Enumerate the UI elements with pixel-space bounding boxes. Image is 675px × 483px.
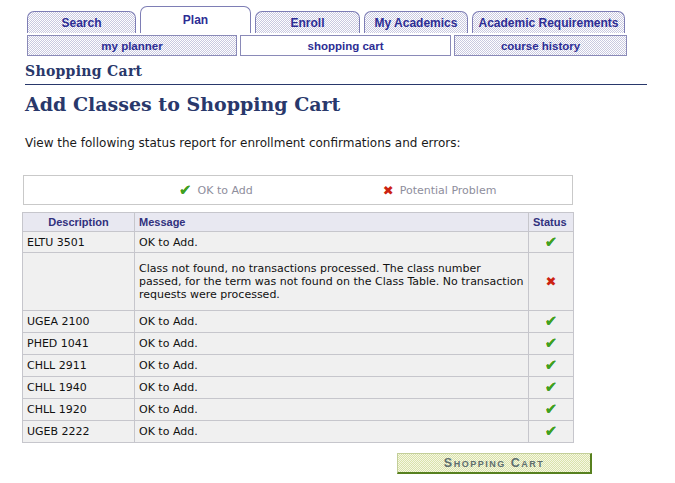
subtab-shopping-cart[interactable]: shopping cart [240,35,451,56]
cell-description: ELTU 3501 [23,232,135,253]
header-status: Status [529,213,574,232]
subtab-course-history[interactable]: course history [454,35,627,56]
ok-check-icon: ✔ [545,312,558,330]
ok-check-icon: ✔ [179,183,192,198]
subtab-my-planner[interactable]: my planner [27,35,237,56]
cell-description: PHED 1041 [23,333,135,355]
cell-status: ✔ [529,232,574,253]
cell-description: CHLL 1920 [23,399,135,421]
cell-message: OK to Add. [135,333,529,355]
cell-description: CHLL 2911 [23,355,135,377]
subtab-shopping-cart-label: shopping cart [307,40,383,52]
table-row: UGEB 2222 OK to Add. ✔ [23,421,574,443]
cell-status: ✔ [529,421,574,443]
tab-my-academics-label: My Academics [375,16,458,30]
main-tab-bar: Search Plan Enroll My Academics Academic… [27,6,625,33]
subtab-course-history-label: course history [501,40,580,52]
cell-message: Class not found, no transactions process… [135,253,529,311]
table-row: ELTU 3501 OK to Add. ✔ [23,232,574,253]
table-row: CHLL 1920 OK to Add. ✔ [23,399,574,421]
cell-message: OK to Add. [135,355,529,377]
cell-status: ✔ [529,333,574,355]
section-heading: Shopping Cart [25,63,647,85]
cell-status: ✖ [529,253,574,311]
tab-search-label: Search [61,16,101,30]
ok-check-icon: ✔ [545,356,558,374]
table-row: Class not found, no transactions process… [23,253,574,311]
subtab-my-planner-label: my planner [101,40,162,52]
cell-message: OK to Add. [135,311,529,333]
tab-enroll[interactable]: Enroll [255,11,360,33]
tab-plan-label: Plan [183,13,208,27]
cell-status: ✔ [529,399,574,421]
header-description: Description [23,213,135,232]
legend-ok-label: OK to Add [198,184,253,197]
cell-description: UGEB 2222 [23,421,135,443]
ok-check-icon: ✔ [545,422,558,440]
legend-ok-item: ✔ OK to Add [179,183,253,198]
ok-check-icon: ✔ [545,334,558,352]
sub-tab-bar: my planner shopping cart course history [27,35,627,56]
instruction-text: View the following status report for enr… [25,136,461,150]
table-header-row: Description Message Status [23,213,574,232]
table-row: CHLL 2911 OK to Add. ✔ [23,355,574,377]
problem-cross-icon: ✖ [383,184,394,197]
shopping-cart-button[interactable]: Shopping Cart [397,453,592,474]
cell-status: ✔ [529,355,574,377]
cell-description: UGEA 2100 [23,311,135,333]
cell-message: OK to Add. [135,421,529,443]
cell-message: OK to Add. [135,377,529,399]
ok-check-icon: ✔ [545,400,558,418]
shopping-cart-page: Search Plan Enroll My Academics Academic… [0,0,675,483]
legend-problem-label: Potential Problem [400,184,497,197]
cell-description: CHLL 1940 [23,377,135,399]
tab-academic-requirements[interactable]: Academic Requirements [472,11,625,33]
cell-status: ✔ [529,311,574,333]
table-row: CHLL 1940 OK to Add. ✔ [23,377,574,399]
page-title: Add Classes to Shopping Cart [25,93,340,115]
problem-cross-icon: ✖ [546,274,557,289]
tab-academic-requirements-label: Academic Requirements [478,16,618,30]
legend-problem-item: ✖ Potential Problem [383,184,497,197]
cell-status: ✔ [529,377,574,399]
status-legend: ✔ OK to Add ✖ Potential Problem [23,175,573,205]
cell-message: OK to Add. [135,399,529,421]
enrollment-status-table: Description Message Status ELTU 3501 OK … [22,212,574,443]
table-row: UGEA 2100 OK to Add. ✔ [23,311,574,333]
cell-message: OK to Add. [135,232,529,253]
header-message: Message [135,213,529,232]
tab-search[interactable]: Search [27,11,136,33]
cell-description [23,253,135,311]
tab-plan[interactable]: Plan [140,6,251,33]
tab-my-academics[interactable]: My Academics [364,11,468,33]
ok-check-icon: ✔ [545,378,558,396]
ok-check-icon: ✔ [545,233,558,251]
tab-enroll-label: Enroll [290,16,324,30]
table-row: PHED 1041 OK to Add. ✔ [23,333,574,355]
